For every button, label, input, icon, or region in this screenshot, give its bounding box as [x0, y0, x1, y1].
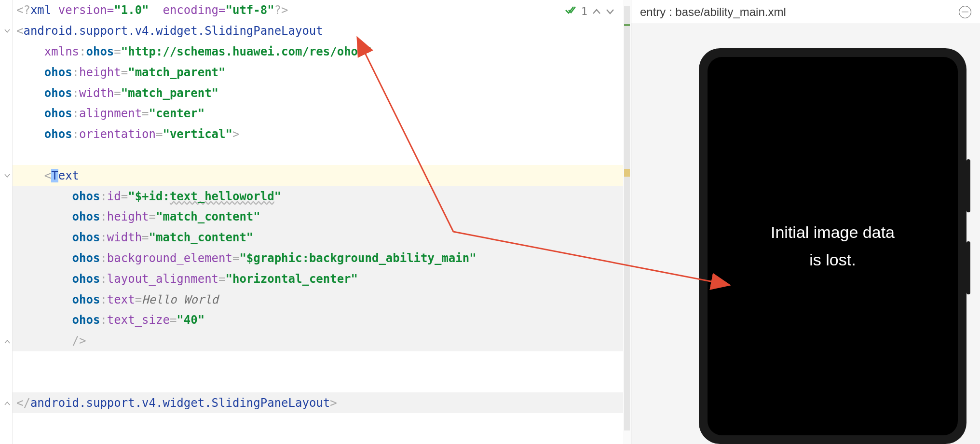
preview-screen-text: is lost. — [809, 250, 856, 269]
code-line: ohos:height="match_content" — [13, 207, 623, 227]
code-line: ohos:orientation="vertical"> — [13, 124, 623, 145]
code-line — [13, 145, 623, 166]
code-line — [13, 372, 623, 392]
device-screen: Initial image data is lost. — [708, 57, 958, 435]
editor-scrollbar[interactable] — [623, 0, 631, 444]
fold-toggle-icon[interactable] — [4, 28, 10, 34]
device-frame: Initial image data is lost. — [699, 48, 966, 444]
code-line: ohos:text=Hello World — [13, 289, 623, 310]
preview-pane: entry : base/ability_main.xml Initial im… — [631, 0, 980, 444]
code-line — [13, 351, 623, 372]
code-editor-pane: <?xml version="1.0" encoding="utf-8"?> <… — [0, 0, 631, 444]
code-line: ohos:layout_alignment="horizontal_center… — [13, 268, 623, 289]
editor-gutter — [0, 0, 13, 444]
token: xml — [30, 3, 51, 17]
collapse-icon[interactable] — [959, 6, 971, 18]
token: "http://schemas.huawei.com/res/ohos" — [121, 45, 372, 58]
code-line: </android.support.v4.widget.SlidingPaneL… — [13, 392, 623, 413]
code-line: <android.support.v4.widget.SlidingPaneLa… — [13, 21, 623, 42]
chevron-up-icon[interactable] — [592, 4, 601, 18]
fold-up-icon[interactable] — [4, 339, 10, 345]
token: <? — [16, 3, 30, 17]
code-line: ohos:width="match_parent" — [13, 83, 623, 103]
preview-title: entry : base/ability_main.xml — [640, 5, 786, 19]
device-side-button — [966, 241, 970, 294]
code-line: xmlns:ohos="http://schemas.huawei.com/re… — [13, 42, 623, 62]
token: xmlns — [44, 45, 79, 58]
code-line-current: <Text — [13, 165, 623, 186]
token: encoding= — [149, 3, 226, 17]
code-line: ohos:height="match_parent" — [13, 62, 623, 83]
fold-up-icon[interactable] — [4, 401, 10, 406]
token: < — [16, 24, 23, 38]
check-ok-icon — [565, 4, 576, 18]
code-line: ohos:alignment="center" — [13, 103, 623, 124]
token: ohos — [86, 45, 114, 58]
token: version= — [51, 3, 114, 17]
inspection-count: 1 — [581, 5, 587, 17]
code-area[interactable]: <?xml version="1.0" encoding="utf-8"?> <… — [13, 0, 623, 444]
code-line: ohos:width="match_content" — [13, 227, 623, 248]
preview-screen-text: Initial image data — [771, 223, 895, 242]
code-line: ohos:id="$+id:text_helloworld" — [13, 186, 623, 207]
token: "1.0" — [114, 3, 149, 17]
token: "utf-8" — [226, 3, 274, 17]
code-line: <?xml version="1.0" encoding="utf-8"?> — [13, 0, 623, 21]
token: android.support.v4.widget.SlidingPaneLay… — [23, 24, 323, 38]
inspection-widget: 1 — [561, 3, 618, 19]
scrollbar-thumb[interactable] — [624, 6, 630, 430]
code-line: ohos:text_size="40" — [13, 310, 623, 331]
code-line: ohos:background_element="$graphic:backgr… — [13, 248, 623, 269]
fold-toggle-icon[interactable] — [4, 173, 10, 179]
device-side-button — [966, 159, 970, 212]
preview-header: entry : base/ability_main.xml — [631, 0, 980, 24]
token: ?> — [274, 3, 288, 17]
chevron-down-icon[interactable] — [606, 4, 614, 18]
code-line: /> — [13, 331, 623, 351]
